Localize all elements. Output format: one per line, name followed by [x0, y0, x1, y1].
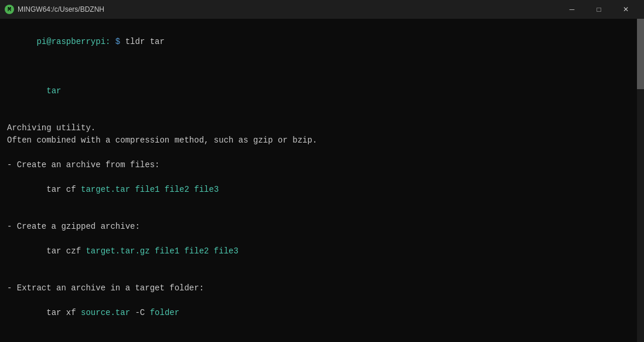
- item3-folder: folder: [150, 308, 179, 317]
- scrollbar-track[interactable]: [637, 19, 644, 342]
- input-line: pi@raspberrypi: $ tldr tar: [7, 23, 637, 60]
- command-input: tldr tar: [125, 37, 165, 46]
- app-icon: M: [5, 5, 14, 14]
- blank-line-2: [7, 110, 637, 122]
- desc-line-2: Often combined with a compression method…: [7, 134, 637, 147]
- window-controls: ─ □ ✕: [558, 0, 639, 19]
- titlebar-left: M MINGW64:/c/Users/BDZNH: [5, 5, 104, 14]
- blank-line-6: [7, 331, 637, 342]
- blank-line-1: [7, 60, 637, 73]
- cmd-title: tar: [36, 86, 61, 96]
- item1-args: target.tar file1 file2 file3: [81, 185, 219, 194]
- blank-line-3: [7, 147, 637, 159]
- terminal-window: M MINGW64:/c/Users/BDZNH ─ □ ✕ pi@raspbe…: [0, 0, 644, 342]
- scrollbar-thumb[interactable]: [637, 19, 644, 89]
- item2-desc: - Create a gzipped archive:: [7, 221, 637, 233]
- item2-prefix: tar czf: [36, 246, 86, 256]
- item3-flag: -C: [130, 308, 150, 317]
- minimize-button[interactable]: ─: [558, 0, 585, 19]
- prompt-host: pi@raspberrypi:: [36, 37, 110, 46]
- item3-desc: - Extract an archive in a target folder:: [7, 282, 637, 294]
- maximize-button[interactable]: □: [585, 0, 612, 19]
- item2-args: target.tar.gz file1 file2 file3: [86, 246, 238, 256]
- item1-cmd: tar cf target.tar file1 file2 file3: [7, 171, 637, 208]
- item3-source: source.tar: [81, 308, 130, 317]
- blank-line-5: [7, 270, 637, 282]
- window-title: MINGW64:/c/Users/BDZNH: [18, 5, 104, 13]
- item3-cmd: tar xf source.tar -C folder: [7, 294, 637, 331]
- item2-cmd: tar czf target.tar.gz file1 file2 file3: [7, 233, 637, 270]
- cmd-title-line: tar: [7, 73, 637, 110]
- desc-line-1: Archiving utility.: [7, 122, 637, 134]
- item3-prefix: tar xf: [36, 308, 81, 317]
- prompt-dollar: $: [110, 37, 125, 46]
- blank-line-4: [7, 208, 637, 221]
- item1-prefix: tar cf: [36, 185, 81, 194]
- titlebar: M MINGW64:/c/Users/BDZNH ─ □ ✕: [0, 0, 644, 19]
- item1-desc: - Create an archive from files:: [7, 159, 637, 171]
- terminal-body[interactable]: pi@raspberrypi: $ tldr tar tar Archiving…: [0, 19, 644, 342]
- close-button[interactable]: ✕: [612, 0, 639, 19]
